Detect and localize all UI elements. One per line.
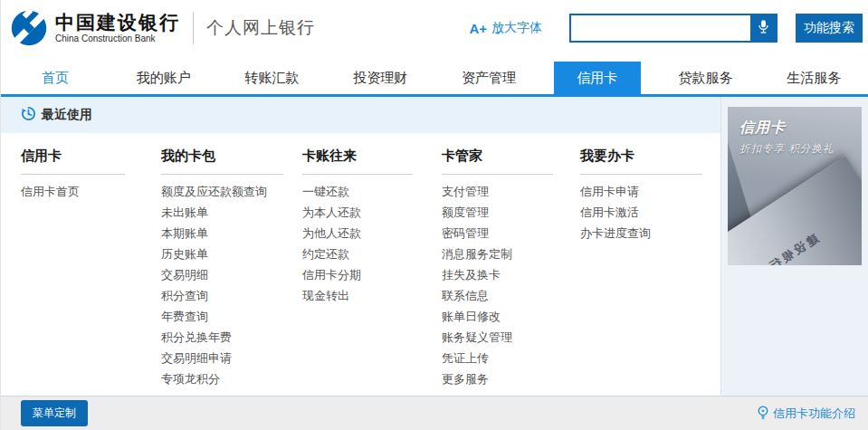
menu-column-items: 一键还款为本人还款为他人还款约定还款信用卡分期现金转出 bbox=[302, 181, 413, 306]
tab-投资理财[interactable]: 投资理财 bbox=[326, 62, 434, 94]
main-nav: 首页我的账户转账汇款投资理财资产管理信用卡贷款服务生活服务 bbox=[1, 56, 868, 97]
menu-item-年费查询[interactable]: 年费查询 bbox=[161, 306, 283, 327]
header-right: A+ 放大字体 功能搜索 bbox=[469, 14, 863, 43]
menu-item-交易明细[interactable]: 交易明细 bbox=[161, 264, 283, 285]
menu-panel: 最近使用 信用卡信用卡首页我的卡包额度及应还款额查询未出账单本期账单历史账单交易… bbox=[1, 97, 720, 396]
menu-column-title: 我要办卡 bbox=[580, 148, 702, 175]
tab-label: 贷款服务 bbox=[663, 62, 749, 94]
menu-item-本期账单[interactable]: 本期账单 bbox=[161, 223, 283, 244]
menu-column-1: 信用卡信用卡首页 bbox=[21, 148, 125, 396]
promo-card-text: 建设银行 bbox=[764, 231, 821, 265]
tab-资产管理[interactable]: 资产管理 bbox=[434, 62, 543, 94]
menu-item-为本人还款[interactable]: 为本人还款 bbox=[302, 202, 413, 223]
menu-column-items: 信用卡首页 bbox=[21, 181, 125, 202]
menu-item-办卡进度查询[interactable]: 办卡进度查询 bbox=[580, 223, 702, 244]
menu-item-额度管理[interactable]: 额度管理 bbox=[442, 202, 553, 223]
bank-name-en: China Construction Bank bbox=[55, 34, 180, 43]
promo-title: 信用卡 bbox=[739, 119, 786, 138]
menu-column-5: 我要办卡信用卡申请信用卡激活办卡进度查询 bbox=[580, 148, 702, 396]
menu-item-账单日修改[interactable]: 账单日修改 bbox=[442, 306, 553, 327]
tab-生活服务[interactable]: 生活服务 bbox=[759, 62, 868, 94]
tab-我的账户[interactable]: 我的账户 bbox=[110, 62, 218, 94]
menu-column-items: 信用卡申请信用卡激活办卡进度查询 bbox=[580, 181, 702, 244]
menu-item-积分查询[interactable]: 积分查询 bbox=[161, 285, 283, 306]
tab-贷款服务[interactable]: 贷款服务 bbox=[652, 62, 760, 94]
portal-title: 个人网上银行 bbox=[206, 16, 315, 40]
menu-item-交易明细申请[interactable]: 交易明细申请 bbox=[161, 348, 283, 368]
menu-item-支付管理[interactable]: 支付管理 bbox=[442, 181, 553, 202]
menu-column-3: 卡账往来一键还款为本人还款为他人还款约定还款信用卡分期现金转出 bbox=[302, 148, 413, 396]
menu-item-信用卡分期[interactable]: 信用卡分期 bbox=[302, 264, 413, 285]
menu-item-积分兑换年费[interactable]: 积分兑换年费 bbox=[161, 327, 283, 348]
menu-item-信用卡激活[interactable]: 信用卡激活 bbox=[580, 202, 702, 223]
menu-item-账务疑义管理[interactable]: 账务疑义管理 bbox=[442, 327, 553, 348]
menu-column-title: 卡管家 bbox=[442, 148, 553, 175]
tab-label: 首页 bbox=[12, 62, 99, 94]
menu-item-凭证上传[interactable]: 凭证上传 bbox=[442, 348, 553, 368]
menu-item-未出账单[interactable]: 未出账单 bbox=[161, 202, 283, 223]
menu-item-消息服务定制[interactable]: 消息服务定制 bbox=[442, 244, 553, 264]
menu-item-信用卡首页[interactable]: 信用卡首页 bbox=[21, 181, 125, 202]
function-search-box bbox=[569, 14, 777, 43]
ccb-logo-icon bbox=[10, 9, 48, 47]
menu-item-更多服务[interactable]: 更多服务 bbox=[442, 368, 553, 389]
menu-item-额度及应还款额查询[interactable]: 额度及应还款额查询 bbox=[161, 181, 283, 202]
menu-column-4: 卡管家支付管理额度管理密码管理消息服务定制挂失及换卡联系信息账单日修改账务疑义管… bbox=[442, 148, 553, 396]
header: 中国建设银行 China Construction Bank 个人网上银行 A+… bbox=[1, 0, 868, 56]
menu-columns: 信用卡信用卡首页我的卡包额度及应还款额查询未出账单本期账单历史账单交易明细积分查… bbox=[1, 133, 720, 396]
page: 中国建设银行 China Construction Bank 个人网上银行 A+… bbox=[0, 0, 868, 430]
promo-subtitle: 折扣专享 积分换礼 bbox=[739, 142, 834, 156]
recent-used-label: 最近使用 bbox=[42, 107, 92, 123]
voice-search-button[interactable] bbox=[750, 15, 776, 41]
menu-column-title: 信用卡 bbox=[21, 148, 125, 175]
menu-item-密码管理[interactable]: 密码管理 bbox=[442, 223, 553, 244]
search-input[interactable] bbox=[571, 15, 750, 41]
lightbulb-icon bbox=[757, 405, 769, 423]
recent-used-bar[interactable]: 最近使用 bbox=[1, 97, 720, 133]
sidebar: 建设银行 信用卡 折扣专享 积分换礼 bbox=[720, 97, 868, 396]
tab-label: 信用卡 bbox=[554, 62, 641, 94]
menu-item-历史账单[interactable]: 历史账单 bbox=[161, 244, 283, 264]
tab-转账汇款[interactable]: 转账汇款 bbox=[218, 62, 327, 94]
bank-logo-text: 中国建设银行 China Construction Bank bbox=[55, 13, 180, 43]
menu-item-一键还款[interactable]: 一键还款 bbox=[302, 181, 413, 202]
menu-column-items: 支付管理额度管理密码管理消息服务定制挂失及换卡联系信息账单日修改账务疑义管理凭证… bbox=[442, 181, 553, 389]
enlarge-font-button[interactable]: A+ 放大字体 bbox=[469, 20, 542, 36]
enlarge-font-label: 放大字体 bbox=[491, 20, 542, 36]
microphone-icon bbox=[758, 19, 769, 37]
menu-item-联系信息[interactable]: 联系信息 bbox=[442, 285, 553, 306]
tab-信用卡[interactable]: 信用卡 bbox=[543, 62, 652, 94]
credit-card-intro-link[interactable]: 信用卡功能介绍 bbox=[757, 405, 855, 423]
menu-customize-button[interactable]: 菜单定制 bbox=[21, 400, 88, 426]
content: 最近使用 信用卡信用卡首页我的卡包额度及应还款额查询未出账单本期账单历史账单交易… bbox=[1, 97, 868, 396]
menu-item-约定还款[interactable]: 约定还款 bbox=[302, 244, 413, 264]
menu-column-2: 我的卡包额度及应还款额查询未出账单本期账单历史账单交易明细积分查询年费查询积分兑… bbox=[161, 148, 283, 396]
menu-column-title: 我的卡包 bbox=[161, 148, 283, 175]
menu-column-items: 额度及应还款额查询未出账单本期账单历史账单交易明细积分查询年费查询积分兑换年费交… bbox=[161, 181, 283, 389]
credit-card-intro-label: 信用卡功能介绍 bbox=[773, 406, 855, 422]
menu-item-为他人还款[interactable]: 为他人还款 bbox=[302, 223, 413, 244]
menu-item-信用卡申请[interactable]: 信用卡申请 bbox=[580, 181, 702, 202]
credit-card-promo-banner[interactable]: 建设银行 信用卡 折扣专享 积分换礼 bbox=[728, 107, 862, 265]
menu-item-现金转出[interactable]: 现金转出 bbox=[302, 285, 413, 306]
tab-首页[interactable]: 首页 bbox=[1, 62, 110, 94]
menu-column-title: 卡账往来 bbox=[302, 148, 413, 175]
tab-label: 我的账户 bbox=[120, 62, 207, 94]
tab-label: 资产管理 bbox=[445, 62, 532, 94]
function-search-button[interactable]: 功能搜索 bbox=[796, 14, 863, 43]
footer-bar: 菜单定制 信用卡功能介绍 bbox=[1, 396, 868, 430]
font-plus-icon: A+ bbox=[469, 21, 487, 36]
tab-label: 生活服务 bbox=[770, 62, 857, 94]
tab-label: 转账汇款 bbox=[229, 62, 316, 94]
menu-item-专项龙积分[interactable]: 专项龙积分 bbox=[161, 368, 283, 389]
history-clock-icon bbox=[21, 106, 36, 124]
menu-item-挂失及换卡[interactable]: 挂失及换卡 bbox=[442, 264, 553, 285]
bank-name-cn: 中国建设银行 bbox=[55, 13, 180, 32]
header-divider bbox=[193, 12, 194, 44]
tab-label: 投资理财 bbox=[337, 62, 424, 94]
